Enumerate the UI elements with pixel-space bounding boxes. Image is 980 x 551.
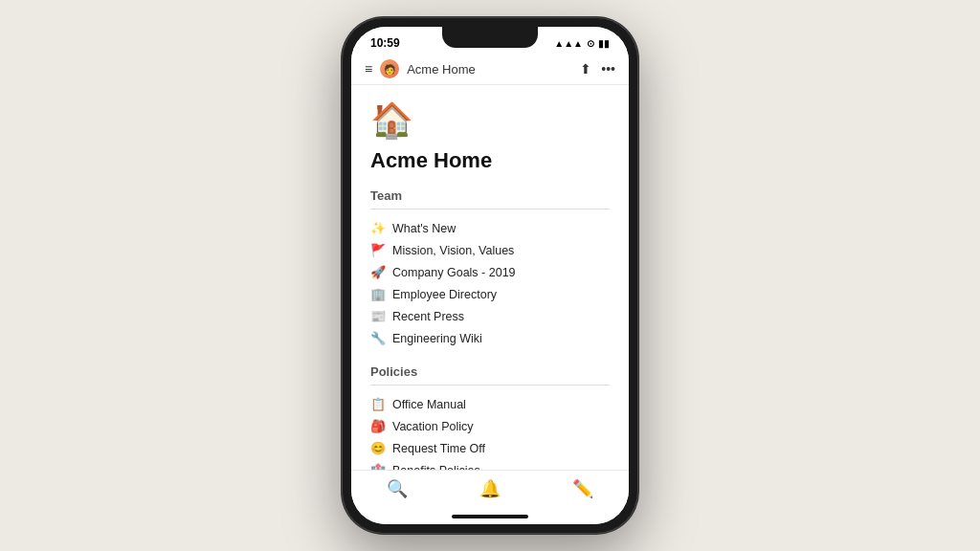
list-item[interactable]: 📋Office Manual	[370, 393, 610, 415]
wifi-icon: ⊙	[587, 38, 594, 49]
tab-search[interactable]: 🔍	[387, 478, 408, 499]
item-label: Engineering Wiki	[392, 332, 482, 345]
list-item[interactable]: ✨What's New	[370, 217, 610, 239]
list-item[interactable]: 🎒Vacation Policy	[370, 415, 610, 437]
more-icon[interactable]: •••	[601, 61, 615, 77]
list-item[interactable]: 🏢Employee Directory	[370, 283, 610, 305]
item-label: Office Manual	[392, 398, 466, 411]
list-item[interactable]: 🔧Engineering Wiki	[370, 327, 610, 349]
list-item[interactable]: 🏥Benefits Policies	[370, 459, 610, 470]
item-emoji: 🏥	[370, 463, 386, 470]
list-item[interactable]: 🚀Company Goals - 2019	[370, 261, 610, 283]
page-icon: 🏠	[370, 100, 610, 141]
item-emoji: 🎒	[370, 419, 386, 433]
tab-bar: 🔍 🔔 ✏️	[351, 470, 629, 511]
list-item[interactable]: 😊Request Time Off	[370, 437, 610, 459]
section-header-policies: Policies	[370, 364, 610, 386]
section-header-team: Team	[370, 188, 610, 209]
item-label: Request Time Off	[392, 442, 485, 455]
nav-title: Acme Home	[407, 62, 572, 77]
section-team: Team✨What's New🚩Mission, Vision, Values🚀…	[370, 188, 610, 349]
item-emoji: 🚀	[370, 265, 386, 279]
list-item[interactable]: 📰Recent Press	[370, 305, 610, 327]
item-emoji: ✨	[370, 221, 386, 235]
section-policies: Policies📋Office Manual🎒Vacation Policy😊R…	[370, 364, 610, 470]
home-indicator	[351, 511, 629, 524]
tab-compose[interactable]: ✏️	[572, 478, 593, 499]
list-item[interactable]: 🚩Mission, Vision, Values	[370, 239, 610, 261]
item-label: What's New	[392, 222, 456, 235]
avatar: 🧑	[380, 59, 399, 78]
share-icon[interactable]: ⬆	[580, 61, 591, 77]
content-area: 🏠 Acme Home Team✨What's New🚩Mission, Vis…	[351, 85, 629, 470]
search-icon: 🔍	[387, 478, 408, 499]
item-label: Mission, Vision, Values	[392, 244, 514, 257]
item-emoji: 😊	[370, 441, 386, 455]
menu-icon[interactable]: ≡	[365, 61, 372, 77]
sections-container: Team✨What's New🚩Mission, Vision, Values🚀…	[370, 188, 610, 470]
status-icons: ▲▲▲ ⊙ ▮▮	[554, 38, 610, 49]
item-emoji: 📰	[370, 309, 386, 323]
battery-icon: ▮▮	[598, 38, 610, 49]
item-emoji: 🚩	[370, 243, 386, 257]
item-label: Employee Directory	[392, 288, 497, 301]
item-label: Recent Press	[392, 310, 464, 323]
item-label: Company Goals - 2019	[392, 266, 516, 279]
nav-bar: ≡ 🧑 Acme Home ⬆ •••	[351, 54, 629, 85]
compose-icon: ✏️	[572, 478, 593, 499]
phone-frame: 10:59 ▲▲▲ ⊙ ▮▮ ≡ 🧑 Acme Home ⬆ ••• 🏠 Acm…	[342, 17, 638, 534]
home-bar	[452, 515, 528, 518]
bell-icon: 🔔	[479, 478, 501, 499]
item-emoji: 📋	[370, 397, 386, 411]
item-emoji: 🏢	[370, 287, 386, 301]
item-emoji: 🔧	[370, 331, 386, 345]
item-label: Vacation Policy	[392, 420, 474, 433]
status-time: 10:59	[370, 36, 400, 50]
signal-icon: ▲▲▲	[554, 38, 583, 49]
notch	[442, 27, 538, 48]
page-title: Acme Home	[370, 148, 610, 173]
nav-actions: ⬆ •••	[580, 61, 615, 77]
tab-notifications[interactable]: 🔔	[479, 478, 501, 499]
